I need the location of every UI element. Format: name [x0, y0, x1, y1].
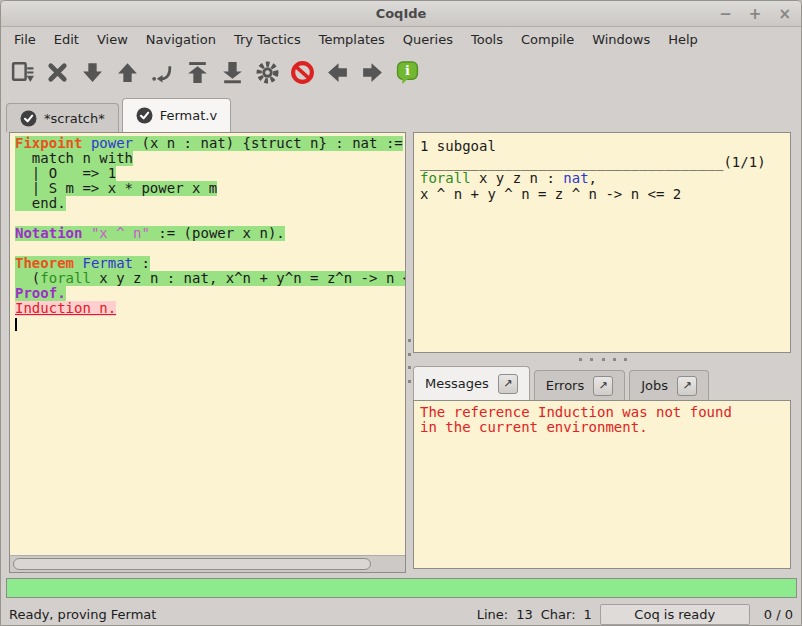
maximize-button[interactable]: +: [749, 7, 762, 22]
goto-cursor-icon[interactable]: [150, 60, 175, 85]
up-icon[interactable]: [115, 60, 140, 85]
tab-label: *scratch*: [44, 111, 105, 126]
code-line: Proof.: [15, 286, 405, 301]
goal-line: ____________________________________(1/1…: [420, 154, 790, 170]
menu-compile[interactable]: Compile: [512, 29, 583, 50]
tab-errors[interactable]: Errors↗: [534, 370, 625, 400]
code-line: | O => 1: [15, 166, 405, 181]
tab-status-check-icon: [20, 110, 37, 127]
svg-text:i: i: [405, 63, 410, 78]
code-line: [15, 316, 405, 331]
status-text: Ready, proving Fermat: [9, 607, 156, 622]
menu-windows[interactable]: Windows: [583, 29, 659, 50]
back-icon[interactable]: [325, 60, 350, 85]
window-title: CoqIde: [1, 1, 801, 27]
code-line: Theorem Fermat :: [15, 256, 405, 271]
menu-edit[interactable]: Edit: [45, 29, 88, 50]
goal-line: forall x y z n : nat,: [420, 170, 790, 186]
tab-scratch[interactable]: *scratch*: [6, 103, 119, 132]
menu-navigation[interactable]: Navigation: [137, 29, 225, 50]
vertical-splitter[interactable]: [406, 337, 412, 385]
toolbar: i: [1, 51, 801, 93]
menu-file[interactable]: File: [5, 29, 45, 50]
tab-messages[interactable]: Messages↗: [413, 366, 530, 400]
coq-status-indicator: Coq is ready: [600, 604, 750, 625]
coqide-window: CoqIde − + × FileEditViewNavigationTry T…: [0, 0, 802, 626]
goals-pane: 1 subgoal_______________________________…: [413, 132, 791, 353]
menu-help[interactable]: Help: [659, 29, 707, 50]
messages-view[interactable]: The reference Induction was not foundin …: [414, 401, 790, 568]
status-bar: Ready, proving Fermat Line: 13 Char: 1 C…: [1, 601, 801, 626]
tab-label: Errors: [546, 378, 584, 393]
close-button[interactable]: ×: [778, 7, 791, 22]
processing-progress-bar: [6, 578, 797, 598]
line-value: 13: [516, 607, 533, 622]
menu-bar: FileEditViewNavigationTry TacticsTemplat…: [1, 27, 801, 51]
worker-counter: 0 / 0: [764, 607, 793, 622]
code-line: [15, 211, 405, 226]
messages-pane: The reference Induction was not foundin …: [413, 400, 791, 569]
settings-icon[interactable]: [255, 60, 280, 85]
error-message-line: The reference Induction was not found: [420, 405, 790, 420]
tab-status-check-icon: [136, 107, 153, 124]
code-line: | S m => x * power x m: [15, 181, 405, 196]
detach-messages-button[interactable]: ↗: [498, 374, 518, 394]
about-icon[interactable]: i: [395, 60, 420, 85]
minimize-button[interactable]: −: [719, 7, 732, 22]
goal-line: 1 subgoal: [420, 138, 790, 154]
code-line: [15, 241, 405, 256]
code-line: end.: [15, 196, 405, 211]
menu-tools[interactable]: Tools: [462, 29, 512, 50]
goals-view[interactable]: 1 subgoal_______________________________…: [414, 133, 790, 352]
tab-label: Jobs: [641, 378, 668, 393]
error-message-line: in the current environment.: [420, 420, 790, 435]
go-bottom-icon[interactable]: [220, 60, 245, 85]
down-icon[interactable]: [80, 60, 105, 85]
menu-queries[interactable]: Queries: [394, 29, 462, 50]
tab-fermat-v[interactable]: Fermat.v: [122, 98, 231, 132]
close-icon[interactable]: [45, 60, 70, 85]
tab-label: Fermat.v: [160, 108, 217, 123]
message-tab-bar: Messages↗Errors↗Jobs↗: [413, 361, 791, 400]
document-tab-bar: *scratch*Fermat.v: [1, 93, 801, 132]
tab-label: Messages: [425, 376, 489, 391]
script-editor[interactable]: Fixpoint power (x n : nat) {struct n} : …: [10, 133, 405, 555]
code-line: Induction n.: [15, 301, 405, 316]
script-editor-pane: Fixpoint power (x n : nat) {struct n} : …: [9, 132, 406, 573]
detach-jobs-button[interactable]: ↗: [677, 376, 697, 396]
char-value: 1: [584, 607, 592, 622]
go-top-icon[interactable]: [185, 60, 210, 85]
scrollbar-thumb[interactable]: [13, 558, 371, 570]
menu-try-tactics[interactable]: Try Tactics: [225, 29, 310, 50]
detach-errors-button[interactable]: ↗: [593, 376, 613, 396]
text-cursor: [15, 318, 17, 331]
forward-icon[interactable]: [360, 60, 385, 85]
code-line: (forall x y z n : nat, x^n + y^n = z^n -…: [15, 271, 405, 286]
save-icon[interactable]: [10, 60, 35, 85]
menu-templates[interactable]: Templates: [310, 29, 394, 50]
code-line: Fixpoint power (x n : nat) {struct n} : …: [15, 136, 405, 151]
code-line: match n with: [15, 151, 405, 166]
tab-jobs[interactable]: Jobs↗: [629, 370, 709, 400]
goal-line: x ^ n + y ^ n = z ^ n -> n <= 2: [420, 186, 790, 202]
horizontal-scrollbar[interactable]: [10, 555, 405, 572]
char-label: Char:: [541, 607, 576, 622]
interrupt-icon[interactable]: [290, 60, 315, 85]
line-label: Line:: [477, 607, 508, 622]
title-bar[interactable]: CoqIde − + ×: [1, 1, 801, 27]
code-line: Notation "x ^ n" := (power x n).: [15, 226, 405, 241]
menu-view[interactable]: View: [88, 29, 137, 50]
